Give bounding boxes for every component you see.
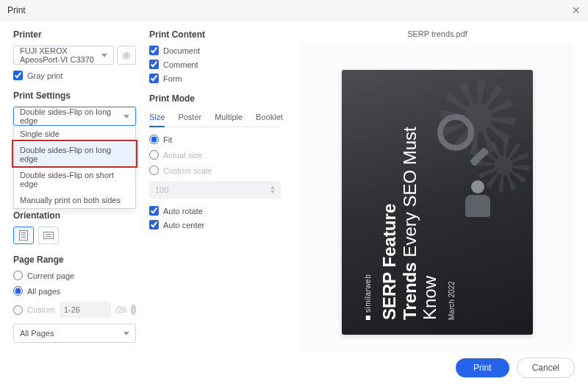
- middle-panel: Print Content Document Comment Form Prin…: [143, 21, 287, 384]
- window-title: Print: [7, 5, 26, 15]
- size-custom-radio[interactable]: Custom scale: [149, 166, 281, 175]
- duplex-option-short-edge[interactable]: Double sides-Flip on short edge: [14, 167, 135, 192]
- dialog-footer: Print Cancel: [0, 352, 588, 384]
- gear-icon: ◎: [123, 50, 130, 60]
- size-actual-radio[interactable]: Actual size: [149, 150, 281, 160]
- preview-headline: SERP Feature Trends Every SEO Must Know: [379, 85, 440, 320]
- page-range-label: Page Range: [13, 255, 136, 265]
- content-comment-label: Comment: [163, 60, 198, 69]
- mode-tabs: Size Poster Multiple Booklet: [149, 110, 281, 127]
- range-all-radio[interactable]: All pages: [13, 286, 136, 296]
- size-actual-label: Actual size: [163, 151, 202, 160]
- auto-rotate-label: Auto rotate: [163, 207, 203, 216]
- scale-value: 100: [155, 185, 168, 194]
- print-settings-label: Print Settings: [13, 90, 136, 101]
- auto-center-label: Auto center: [163, 221, 204, 230]
- landscape-icon: [43, 232, 54, 239]
- preview-brand: similarweb: [364, 85, 372, 320]
- orientation-landscape-button[interactable]: [38, 227, 59, 244]
- brand-logo-icon: [366, 316, 370, 320]
- tab-multiple[interactable]: Multiple: [215, 110, 243, 127]
- auto-rotate-input[interactable]: [149, 206, 159, 216]
- headline-line1: SERP Feature: [379, 204, 399, 320]
- duplex-selected: Double sides-Flip on long edge: [20, 107, 123, 125]
- orientation-label: Orientation: [13, 210, 136, 221]
- printer-selected: FUJI XEROX ApeosPort-VI C3370: [20, 46, 101, 64]
- tab-poster[interactable]: Poster: [178, 110, 201, 127]
- preview-panel: SERP trends.pdf similarweb SERP Feature: [287, 21, 588, 384]
- content-form-input[interactable]: [149, 74, 159, 83]
- duplex-dropdown: Single side Double sides-Flip on long ed…: [13, 126, 136, 209]
- auto-center-input[interactable]: [149, 220, 159, 230]
- size-fit-input[interactable]: [149, 135, 159, 144]
- duplex-option-single[interactable]: Single side: [14, 126, 135, 142]
- gray-print-checkbox[interactable]: Gray print: [13, 71, 136, 80]
- left-panel: Printer FUJI XEROX ApeosPort-VI C3370 ◎ …: [0, 21, 143, 384]
- cancel-button[interactable]: Cancel: [517, 358, 575, 378]
- headline-line2: Trends: [400, 262, 420, 320]
- chevron-down-icon: [101, 54, 107, 57]
- duplex-select-wrap: Double sides-Flip on long edge Single si…: [13, 107, 136, 126]
- range-current-label: Current page: [27, 271, 74, 280]
- preview-brand-text: similarweb: [364, 274, 372, 313]
- content-document-input[interactable]: [149, 46, 159, 55]
- print-mode-label: Print Mode: [149, 93, 281, 104]
- printer-select[interactable]: FUJI XEROX ApeosPort-VI C3370: [13, 46, 114, 65]
- chevron-down-icon: [123, 115, 129, 118]
- content-document-label: Document: [163, 46, 200, 55]
- portrait-icon: [19, 230, 28, 241]
- title-bar: Print ✕: [0, 0, 588, 21]
- range-current-input[interactable]: [13, 271, 23, 280]
- content-comment-input[interactable]: [149, 60, 159, 69]
- tab-size[interactable]: Size: [149, 110, 165, 127]
- range-all-label: All pages: [27, 287, 60, 296]
- range-custom-label: Custom: [27, 305, 55, 314]
- preview-date: March 2022: [448, 85, 456, 320]
- size-fit-radio[interactable]: Fit: [149, 135, 281, 144]
- range-custom-field[interactable]: [60, 302, 111, 318]
- printer-settings-button[interactable]: ◎: [117, 46, 136, 65]
- page-scope-select[interactable]: All Pages: [13, 324, 136, 343]
- info-icon[interactable]: i: [131, 305, 136, 315]
- tab-booklet[interactable]: Booklet: [256, 110, 283, 127]
- size-custom-label: Custom scale: [163, 166, 212, 175]
- range-custom-input[interactable]: [13, 305, 23, 315]
- size-custom-input[interactable]: [149, 166, 159, 175]
- range-all-input[interactable]: [13, 286, 23, 296]
- print-content-label: Print Content: [149, 29, 281, 40]
- orientation-portrait-button[interactable]: [13, 227, 34, 244]
- person-icon: [459, 180, 496, 224]
- auto-rotate-checkbox[interactable]: Auto rotate: [149, 206, 281, 216]
- gray-print-label: Gray print: [27, 71, 62, 80]
- range-current-radio[interactable]: Current page: [13, 271, 136, 280]
- page-scope-selected: All Pages: [20, 329, 54, 338]
- print-button[interactable]: Print: [456, 358, 509, 377]
- stepper-icon: [270, 186, 275, 193]
- preview-text-block: similarweb SERP Feature Trends Every SEO…: [364, 85, 456, 320]
- size-fit-label: Fit: [163, 135, 172, 144]
- printer-label: Printer: [13, 29, 136, 40]
- scale-input: 100: [149, 181, 281, 199]
- content-form-label: Form: [163, 74, 182, 83]
- duplex-select[interactable]: Double sides-Flip on long edge: [13, 107, 136, 126]
- range-custom-row: Custom /26 i: [13, 302, 136, 318]
- auto-center-checkbox[interactable]: Auto center: [149, 220, 281, 230]
- chevron-down-icon: [123, 332, 129, 335]
- close-icon[interactable]: ✕: [572, 4, 581, 16]
- main-content: Printer FUJI XEROX ApeosPort-VI C3370 ◎ …: [0, 21, 588, 384]
- content-document-checkbox[interactable]: Document: [149, 46, 281, 55]
- preview-box: similarweb SERP Feature Trends Every SEO…: [300, 43, 575, 362]
- duplex-option-long-edge[interactable]: Double sides-Flip on long edge: [14, 142, 135, 167]
- preview-filename: SERP trends.pdf: [300, 29, 575, 38]
- content-form-checkbox[interactable]: Form: [149, 74, 281, 83]
- duplex-option-manual[interactable]: Manually print on both sides: [14, 192, 135, 208]
- content-comment-checkbox[interactable]: Comment: [149, 60, 281, 69]
- size-actual-input[interactable]: [149, 150, 159, 160]
- preview-page: similarweb SERP Feature Trends Every SEO…: [342, 70, 533, 335]
- range-total: /26: [115, 305, 126, 314]
- gray-print-input[interactable]: [13, 71, 23, 80]
